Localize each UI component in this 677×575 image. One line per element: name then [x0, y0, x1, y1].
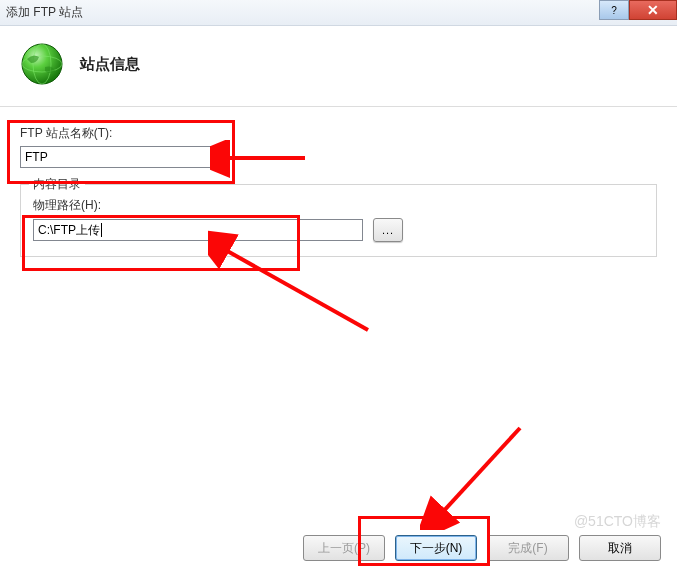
- physical-path-value: C:\FTP上传: [38, 222, 100, 239]
- globe-icon: [18, 40, 66, 88]
- help-button[interactable]: ?: [599, 0, 629, 20]
- wizard-header: 站点信息: [0, 26, 677, 107]
- cancel-button[interactable]: 取消: [579, 535, 661, 561]
- annotation-arrow-3: [420, 420, 540, 530]
- svg-point-0: [22, 44, 62, 84]
- help-icon: ?: [611, 5, 617, 16]
- window-title: 添加 FTP 站点: [6, 4, 83, 21]
- wizard-buttons: 上一页(P) 下一步(N) 完成(F) 取消: [303, 535, 661, 561]
- prev-button: 上一页(P): [303, 535, 385, 561]
- close-icon: ✕: [647, 2, 659, 18]
- browse-button[interactable]: ...: [373, 218, 403, 242]
- wizard-content: FTP 站点名称(T): 内容目录 物理路径(H): C:\FTP上传 ...: [0, 107, 677, 257]
- next-button[interactable]: 下一步(N): [395, 535, 477, 561]
- watermark: @51CTO博客: [574, 513, 661, 531]
- site-name-label: FTP 站点名称(T):: [20, 125, 657, 142]
- site-name-field: FTP 站点名称(T):: [20, 125, 657, 168]
- site-name-input[interactable]: [20, 146, 220, 168]
- titlebar: 添加 FTP 站点 ? ✕: [0, 0, 677, 26]
- content-directory-title: 内容目录: [29, 176, 85, 193]
- physical-path-input[interactable]: C:\FTP上传: [33, 219, 363, 241]
- svg-line-4: [222, 248, 368, 330]
- close-button[interactable]: ✕: [629, 0, 677, 20]
- content-directory-group: 内容目录 物理路径(H): C:\FTP上传 ...: [20, 184, 657, 257]
- svg-line-5: [440, 428, 520, 515]
- window-controls: ? ✕: [599, 0, 677, 20]
- finish-button: 完成(F): [487, 535, 569, 561]
- page-title: 站点信息: [80, 55, 140, 74]
- physical-path-label: 物理路径(H):: [33, 197, 644, 214]
- text-caret: [101, 223, 102, 237]
